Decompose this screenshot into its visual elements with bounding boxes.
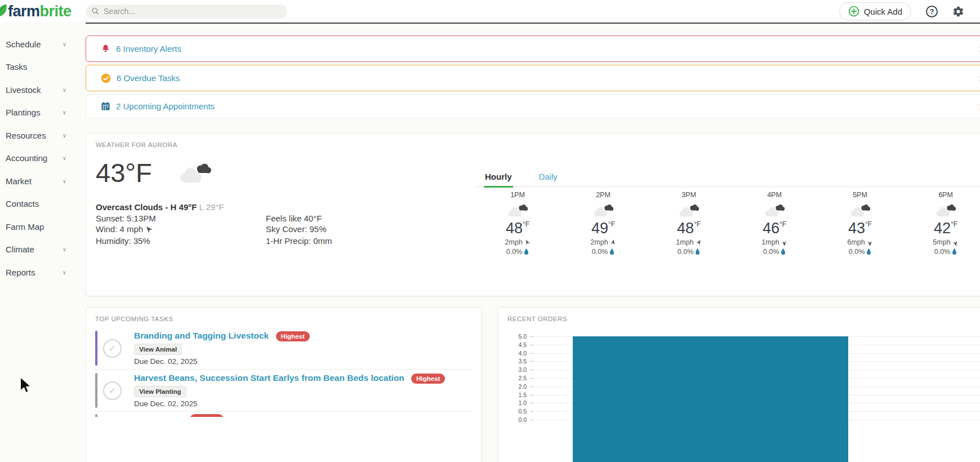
task-title-link[interactable]: Harvest Beans, Succession Start Earlys f…	[134, 373, 404, 383]
gear-icon[interactable]	[952, 6, 964, 17]
droplet-icon	[609, 248, 614, 255]
sidebar-item-label: Schedule	[6, 39, 41, 49]
farmbrite-logo[interactable]: farmbrite	[0, 3, 86, 20]
sidebar-item-label: Resources	[6, 131, 46, 140]
overdue-tasks-banner[interactable]: 6 Overdue Tasks ›	[86, 65, 980, 91]
chevron-down-icon: ∨	[63, 178, 66, 184]
forecast-precip: 0.0%	[903, 248, 980, 256]
clouds-icon	[177, 162, 213, 184]
sidebar-item-label: Tasks	[6, 62, 27, 72]
sunset-value: Sunset: 5:13PM	[96, 213, 266, 224]
sidebar-item-livestock[interactable]: Livestock∨	[6, 78, 66, 101]
wind-direction-icon	[143, 223, 156, 237]
check-circle-icon[interactable]: ✓	[103, 381, 122, 400]
weather-forecast-panel: Hourly Daily 1PM 48°F 2mph 0.0% 2PM 49°	[475, 172, 980, 256]
sidebar-item-reports[interactable]: Reports∨	[6, 261, 66, 284]
main-content: 6 Inventory Alerts › 6 Overdue Tasks › 2…	[86, 23, 980, 462]
sidebar-item-market[interactable]: Market∨	[6, 170, 66, 193]
sidebar-item-schedule[interactable]: Schedule∨	[6, 33, 66, 56]
sidebar-item-label: Climate	[6, 245, 34, 254]
droplet-icon	[695, 248, 700, 255]
leaf-icon	[0, 3, 7, 19]
sidebar-item-plantings[interactable]: Plantings∨	[6, 101, 66, 125]
tab-hourly[interactable]: Hourly	[484, 172, 513, 188]
sky-cover-value: Sky Cover: 95%	[266, 224, 332, 235]
priority-badge: Highest	[276, 331, 310, 341]
sidebar-item-accounting[interactable]: Accounting∨	[6, 147, 66, 170]
banner-label: 2 Upcoming Appointments	[116, 101, 215, 111]
priority-badge: Highest	[190, 414, 224, 417]
sidebar-item-resources[interactable]: Resources∨	[6, 124, 66, 147]
sidebar-item-tasks[interactable]: Tasks	[6, 56, 66, 79]
forecast-wind: 1mph	[732, 238, 817, 247]
clouds-icon	[763, 203, 786, 217]
droplet-icon	[781, 248, 786, 255]
forecast-tabs: Hourly Daily	[475, 172, 980, 187]
task-row: ✓ Branding and Tagging Livestock Highest…	[95, 327, 473, 369]
search-bar[interactable]	[86, 5, 287, 19]
weather-card-title: WEATHER FOR AURORA	[96, 141, 177, 148]
sidebar-item-label: Market	[6, 176, 32, 186]
clouds-icon	[678, 203, 700, 217]
forecast-precip: 0.0%	[646, 248, 732, 256]
forecast-wind: 1mph	[646, 238, 732, 247]
forecast-precip: 0.0%	[560, 248, 646, 256]
precip-value: 1-Hr Precip: 0mm	[266, 236, 332, 246]
sidebar-item-label: Farm Map	[6, 222, 44, 232]
orders-card-title: RECENT ORDERS	[507, 316, 975, 322]
forecast-time: 2PM	[560, 191, 646, 199]
forecast-column: 3PM 48°F 1mph 0.0%	[646, 191, 732, 256]
sidebar-item-farm-map[interactable]: Farm Map	[6, 215, 66, 238]
droplet-icon	[952, 248, 957, 255]
view-planting-button[interactable]: View Planting	[134, 386, 186, 397]
forecast-column: 5PM 43°F 6mph 0.0%	[817, 191, 903, 256]
droplet-icon	[866, 248, 871, 255]
help-icon[interactable]: ?	[926, 6, 938, 17]
sidebar-item-climate[interactable]: Climate∨	[6, 238, 66, 261]
weather-card: WEATHER FOR AURORA 43°F Overcast Clouds …	[86, 133, 980, 296]
quick-add-button[interactable]: Quick Add	[839, 2, 911, 20]
top-upcoming-tasks-card: TOP UPCOMING TASKS ✓ Branding and Taggin…	[86, 307, 482, 462]
clouds-icon	[506, 203, 529, 217]
task-row-partial: Highest	[95, 413, 473, 417]
task-title-link[interactable]: Branding and Tagging Livestock	[134, 331, 269, 340]
sidebar-item-label: Contacts	[6, 199, 39, 208]
forecast-time: 5PM	[817, 191, 903, 199]
task-due-date: Due Dec. 02, 2025	[134, 399, 445, 408]
orders-chart: 5.0 4.5 4.0 3.5 3.0 2.5 2.0 1.5 1.0 0.5 …	[507, 336, 980, 428]
divider	[95, 411, 473, 412]
clouds-icon	[934, 203, 957, 217]
forecast-wind: 2mph	[475, 238, 560, 247]
wind-direction-icon	[609, 238, 617, 247]
forecast-temp: 46°F	[732, 220, 817, 237]
forecast-column: 4PM 46°F 1mph 0.0%	[732, 191, 817, 256]
clouds-icon	[849, 203, 871, 217]
wind-value: Wind: 4 mph	[96, 224, 266, 235]
bell-icon	[101, 43, 110, 54]
forecast-wind: 6mph	[817, 238, 903, 247]
chevron-down-icon: ∨	[63, 41, 66, 47]
view-animal-button[interactable]: View Animal	[134, 344, 182, 355]
wind-direction-icon	[523, 238, 532, 247]
upcoming-appointments-banner[interactable]: 2 Upcoming Appointments ›	[86, 94, 980, 118]
forecast-time: 3PM	[646, 191, 732, 199]
humidity-value: Humidity: 35%	[96, 236, 266, 246]
low-temp: L 29°F	[199, 202, 224, 212]
check-circle-icon[interactable]: ✓	[103, 339, 122, 358]
forecast-column: 6PM 42°F 5mph 0.0%	[903, 191, 980, 256]
forecast-temp: 48°F	[646, 220, 732, 237]
wind-direction-icon	[952, 238, 959, 247]
inventory-alerts-banner[interactable]: 6 Inventory Alerts ›	[86, 35, 980, 62]
top-bar: farmbrite Quick Add ?	[0, 0, 980, 23]
tab-daily[interactable]: Daily	[538, 172, 559, 188]
forecast-precip: 0.0%	[817, 248, 903, 256]
sidebar-item-label: Plantings	[6, 108, 41, 117]
sidebar-item-contacts[interactable]: Contacts	[6, 193, 66, 216]
forecast-temp: 49°F	[560, 220, 646, 237]
forecast-column: 1PM 48°F 2mph 0.0%	[475, 191, 560, 256]
droplet-icon	[524, 248, 529, 255]
search-input[interactable]	[104, 7, 282, 16]
tasks-card-title: TOP UPCOMING TASKS	[95, 316, 473, 322]
current-temperature: 43°F	[96, 157, 152, 188]
priority-badge: Highest	[411, 374, 445, 384]
